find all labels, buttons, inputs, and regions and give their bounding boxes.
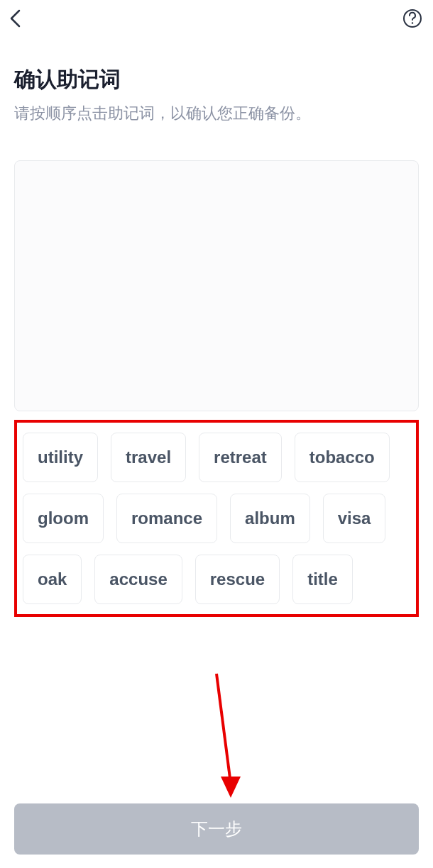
word-chip[interactable]: oak [23,555,82,604]
content-area: 确认助记词 请按顺序点击助记词，以确认您正确备份。 [0,37,433,125]
word-chip[interactable]: album [230,494,310,543]
word-grid: utility travel retreat tobacco gloom rom… [23,433,410,604]
word-chip[interactable]: rescue [195,555,280,604]
svg-marker-3 [221,777,241,798]
page-title: 确认助记词 [14,65,419,94]
help-icon[interactable] [402,8,423,29]
svg-line-2 [217,674,231,784]
back-icon[interactable] [6,9,26,28]
word-chip[interactable]: romance [116,494,217,543]
word-chip[interactable]: title [292,555,353,604]
arrow-annotation-icon [209,670,252,812]
word-chip[interactable]: gloom [23,494,104,543]
word-chip[interactable]: utility [23,433,98,482]
word-chip[interactable]: travel [111,433,186,482]
word-chip[interactable]: tobacco [295,433,390,482]
page-subtitle: 请按顺序点击助记词，以确认您正确备份。 [14,101,419,125]
word-chip[interactable]: accuse [94,555,182,604]
selected-words-box[interactable] [14,160,419,411]
word-grid-highlight: utility travel retreat tobacco gloom rom… [14,420,419,617]
word-chip[interactable]: retreat [199,433,282,482]
word-chip[interactable]: visa [323,494,386,543]
next-button-label: 下一步 [191,818,242,840]
svg-point-1 [412,22,413,23]
next-button[interactable]: 下一步 [14,803,419,855]
header [0,0,433,37]
